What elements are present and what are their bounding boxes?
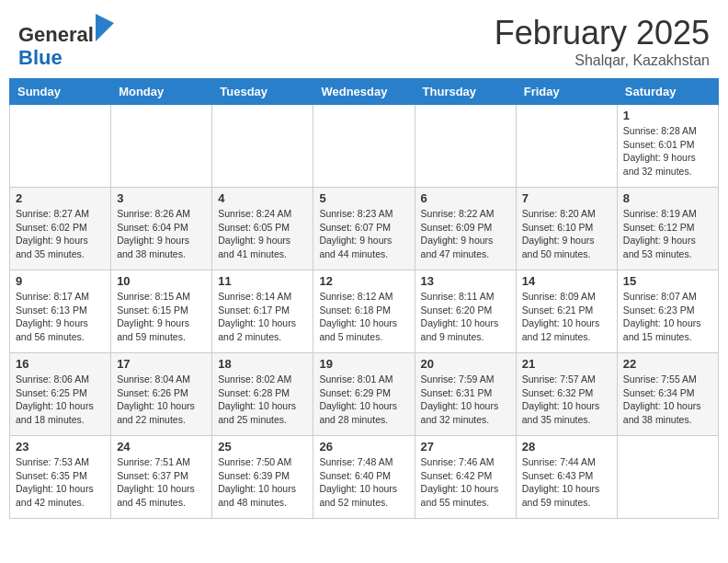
svg-marker-0 <box>96 14 114 41</box>
calendar-cell: 5Sunrise: 8:23 AM Sunset: 6:07 PM Daylig… <box>313 188 415 270</box>
calendar-header: SundayMondayTuesdayWednesdayThursdayFrid… <box>10 79 719 105</box>
day-number: 10 <box>117 274 206 288</box>
day-info: Sunrise: 8:14 AM Sunset: 6:17 PM Dayligh… <box>218 290 307 344</box>
calendar-cell: 16Sunrise: 8:06 AM Sunset: 6:25 PM Dayli… <box>10 353 111 436</box>
day-number: 3 <box>117 191 206 205</box>
calendar-cell: 26Sunrise: 7:48 AM Sunset: 6:40 PM Dayli… <box>313 436 415 519</box>
day-info: Sunrise: 8:24 AM Sunset: 6:05 PM Dayligh… <box>218 207 307 261</box>
calendar-cell: 24Sunrise: 7:51 AM Sunset: 6:37 PM Dayli… <box>111 436 212 519</box>
page-header: General Blue February 2025 Shalqar, Kaza… <box>0 0 728 74</box>
day-number: 24 <box>117 440 206 454</box>
day-info: Sunrise: 7:46 AM Sunset: 6:42 PM Dayligh… <box>421 455 510 510</box>
calendar-cell: 3Sunrise: 8:26 AM Sunset: 6:04 PM Daylig… <box>111 188 212 270</box>
calendar-cell: 27Sunrise: 7:46 AM Sunset: 6:42 PM Dayli… <box>415 436 516 519</box>
weekday-header-saturday: Saturday <box>617 79 718 105</box>
calendar-cell: 11Sunrise: 8:14 AM Sunset: 6:17 PM Dayli… <box>212 270 313 353</box>
day-number: 11 <box>218 274 307 288</box>
calendar-cell: 19Sunrise: 8:01 AM Sunset: 6:29 PM Dayli… <box>313 353 415 436</box>
day-info: Sunrise: 8:22 AM Sunset: 6:09 PM Dayligh… <box>421 207 510 261</box>
day-number: 13 <box>421 274 510 288</box>
day-info: Sunrise: 8:11 AM Sunset: 6:20 PM Dayligh… <box>421 290 510 344</box>
calendar-cell: 21Sunrise: 7:57 AM Sunset: 6:32 PM Dayli… <box>516 353 617 436</box>
day-info: Sunrise: 8:26 AM Sunset: 6:04 PM Dayligh… <box>117 207 206 261</box>
day-number: 5 <box>319 191 408 205</box>
day-info: Sunrise: 8:02 AM Sunset: 6:28 PM Dayligh… <box>218 373 307 427</box>
day-info: Sunrise: 7:48 AM Sunset: 6:40 PM Dayligh… <box>319 455 408 510</box>
day-number: 9 <box>16 274 105 288</box>
day-info: Sunrise: 8:17 AM Sunset: 6:13 PM Dayligh… <box>16 290 105 344</box>
calendar-week-3: 16Sunrise: 8:06 AM Sunset: 6:25 PM Dayli… <box>10 353 719 436</box>
day-number: 18 <box>218 357 307 371</box>
day-number: 12 <box>319 274 408 288</box>
day-info: Sunrise: 8:19 AM Sunset: 6:12 PM Dayligh… <box>623 207 712 261</box>
weekday-header-tuesday: Tuesday <box>212 79 313 105</box>
day-number: 20 <box>421 357 510 371</box>
logo-blue-text: Blue <box>18 46 63 69</box>
day-number: 23 <box>16 440 105 454</box>
day-number: 26 <box>319 440 408 454</box>
day-number: 4 <box>218 191 307 205</box>
day-info: Sunrise: 7:57 AM Sunset: 6:32 PM Dayligh… <box>522 373 611 427</box>
day-info: Sunrise: 7:50 AM Sunset: 6:39 PM Dayligh… <box>218 455 307 510</box>
calendar-cell <box>212 105 313 188</box>
calendar-cell <box>313 105 415 188</box>
calendar-cell: 9Sunrise: 8:17 AM Sunset: 6:13 PM Daylig… <box>10 270 111 353</box>
day-number: 7 <box>522 191 611 205</box>
day-number: 17 <box>117 357 206 371</box>
day-info: Sunrise: 8:09 AM Sunset: 6:21 PM Dayligh… <box>522 290 611 344</box>
weekday-header-friday: Friday <box>516 79 617 105</box>
day-info: Sunrise: 7:55 AM Sunset: 6:34 PM Dayligh… <box>623 373 712 427</box>
calendar-body: 1Sunrise: 8:28 AM Sunset: 6:01 PM Daylig… <box>10 105 719 519</box>
weekday-header-sunday: Sunday <box>10 79 111 105</box>
calendar-cell: 2Sunrise: 8:27 AM Sunset: 6:02 PM Daylig… <box>10 188 111 270</box>
day-info: Sunrise: 8:01 AM Sunset: 6:29 PM Dayligh… <box>319 373 408 427</box>
day-info: Sunrise: 8:12 AM Sunset: 6:18 PM Dayligh… <box>319 290 408 344</box>
day-number: 21 <box>522 357 611 371</box>
calendar-cell: 14Sunrise: 8:09 AM Sunset: 6:21 PM Dayli… <box>516 270 617 353</box>
calendar-cell <box>10 105 111 188</box>
logo: General Blue <box>18 14 114 68</box>
day-info: Sunrise: 7:59 AM Sunset: 6:31 PM Dayligh… <box>421 373 510 427</box>
calendar-cell: 18Sunrise: 8:02 AM Sunset: 6:28 PM Dayli… <box>212 353 313 436</box>
calendar-cell: 17Sunrise: 8:04 AM Sunset: 6:26 PM Dayli… <box>111 353 212 436</box>
day-number: 27 <box>421 440 510 454</box>
calendar-cell: 22Sunrise: 7:55 AM Sunset: 6:34 PM Dayli… <box>617 353 718 436</box>
title-block: February 2025 Shalqar, Kazakhstan <box>495 14 710 69</box>
calendar-cell: 10Sunrise: 8:15 AM Sunset: 6:15 PM Dayli… <box>111 270 212 353</box>
day-info: Sunrise: 8:28 AM Sunset: 6:01 PM Dayligh… <box>623 124 712 178</box>
calendar-cell: 28Sunrise: 7:44 AM Sunset: 6:43 PM Dayli… <box>516 436 617 519</box>
weekday-header-monday: Monday <box>111 79 212 105</box>
calendar-cell: 4Sunrise: 8:24 AM Sunset: 6:05 PM Daylig… <box>212 188 313 270</box>
day-number: 2 <box>16 191 105 205</box>
calendar-cell: 23Sunrise: 7:53 AM Sunset: 6:35 PM Dayli… <box>10 436 111 519</box>
day-info: Sunrise: 8:04 AM Sunset: 6:26 PM Dayligh… <box>117 373 206 427</box>
day-number: 16 <box>16 357 105 371</box>
day-number: 19 <box>319 357 408 371</box>
day-number: 8 <box>623 191 712 205</box>
day-number: 28 <box>522 440 611 454</box>
calendar-cell: 1Sunrise: 8:28 AM Sunset: 6:01 PM Daylig… <box>617 105 718 188</box>
calendar-cell <box>617 436 718 519</box>
calendar-wrapper: SundayMondayTuesdayWednesdayThursdayFrid… <box>0 78 728 528</box>
calendar-cell <box>111 105 212 188</box>
calendar-cell: 15Sunrise: 8:07 AM Sunset: 6:23 PM Dayli… <box>617 270 718 353</box>
calendar-cell: 13Sunrise: 8:11 AM Sunset: 6:20 PM Dayli… <box>415 270 516 353</box>
day-number: 15 <box>623 274 712 288</box>
calendar-cell: 8Sunrise: 8:19 AM Sunset: 6:12 PM Daylig… <box>617 188 718 270</box>
calendar-cell: 20Sunrise: 7:59 AM Sunset: 6:31 PM Dayli… <box>415 353 516 436</box>
day-info: Sunrise: 7:44 AM Sunset: 6:43 PM Dayligh… <box>522 455 611 510</box>
calendar-week-4: 23Sunrise: 7:53 AM Sunset: 6:35 PM Dayli… <box>10 436 719 519</box>
day-info: Sunrise: 7:51 AM Sunset: 6:37 PM Dayligh… <box>117 455 206 510</box>
day-number: 1 <box>623 109 712 122</box>
calendar-cell <box>415 105 516 188</box>
calendar-table: SundayMondayTuesdayWednesdayThursdayFrid… <box>9 78 719 519</box>
month-year: February 2025 <box>495 14 710 52</box>
calendar-week-2: 9Sunrise: 8:17 AM Sunset: 6:13 PM Daylig… <box>10 270 719 353</box>
calendar-cell: 25Sunrise: 7:50 AM Sunset: 6:39 PM Dayli… <box>212 436 313 519</box>
weekday-header-row: SundayMondayTuesdayWednesdayThursdayFrid… <box>10 79 719 105</box>
day-info: Sunrise: 8:06 AM Sunset: 6:25 PM Dayligh… <box>16 373 105 427</box>
day-number: 6 <box>421 191 510 205</box>
day-number: 22 <box>623 357 712 371</box>
day-info: Sunrise: 8:27 AM Sunset: 6:02 PM Dayligh… <box>16 207 105 261</box>
location: Shalqar, Kazakhstan <box>495 52 710 69</box>
